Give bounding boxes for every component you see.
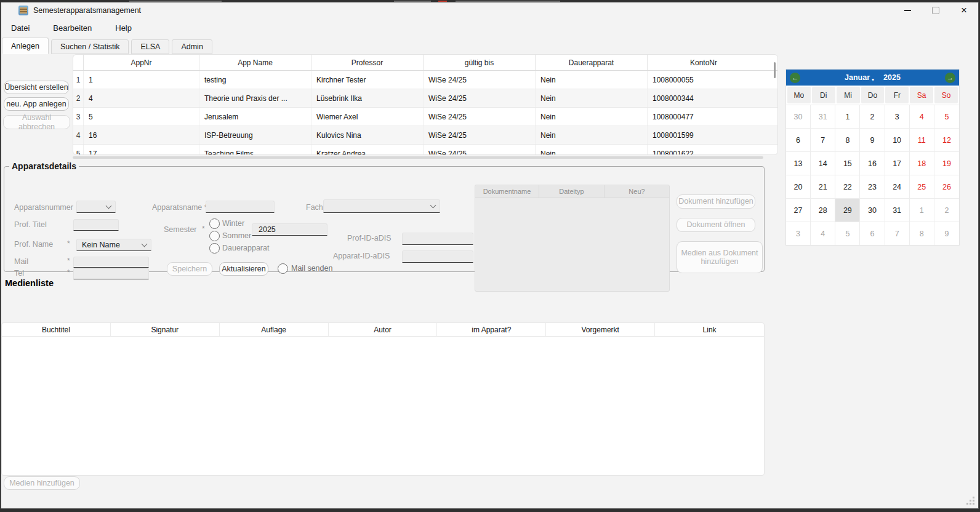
tab-elsa[interactable]: ELSA	[131, 39, 169, 54]
apps-column-header[interactable]: KontoNr	[648, 55, 760, 70]
horizontal-scrollbar[interactable]	[73, 156, 763, 159]
menu-bearbeiten[interactable]: Bearbeiten	[48, 21, 97, 35]
calendar-day[interactable]: 13	[786, 151, 811, 175]
minimize-button[interactable]	[893, 2, 922, 18]
prof-id-adis-input[interactable]	[402, 233, 473, 245]
prof-titel-input[interactable]	[73, 219, 119, 231]
calendar-day[interactable]: 1	[910, 198, 934, 222]
medienliste-column-header[interactable]: Signatur	[111, 323, 220, 336]
table-row[interactable]: 416ISP-BetreuungKulovics NinaWiSe 24/25N…	[73, 126, 777, 145]
maximize-button[interactable]	[922, 2, 950, 18]
apparat-id-adis-input[interactable]	[402, 250, 473, 263]
calendar-day[interactable]: 3	[786, 222, 811, 245]
semester-year-input[interactable]: 2025	[252, 223, 327, 236]
sommer-radio[interactable]	[209, 231, 220, 241]
apparatsnummer-select[interactable]	[76, 201, 116, 213]
apps-column-header[interactable]: gültig bis	[424, 55, 536, 70]
apps-column-header[interactable]: Professor	[311, 55, 424, 70]
calendar-day[interactable]: 4	[811, 222, 835, 245]
tab-anlegen[interactable]: Anlegen	[2, 38, 49, 54]
tab-suchen-statistik[interactable]: Suchen / Statistik	[51, 39, 129, 54]
calendar-day[interactable]: 11	[910, 128, 934, 151]
calendar-day[interactable]: 27	[786, 198, 811, 222]
calendar-day[interactable]: 30	[860, 198, 885, 222]
calendar-day[interactable]: 22	[835, 175, 860, 198]
calendar-day[interactable]: 6	[860, 222, 885, 245]
calendar-day[interactable]: 14	[811, 151, 835, 175]
calendar-title[interactable]: Januar▾2025	[845, 73, 901, 82]
medienliste-column-header[interactable]: Buchtitel	[2, 323, 111, 336]
documents-column-header[interactable]: Dokumentname	[475, 185, 539, 198]
documents-column-header[interactable]: Neu?	[604, 185, 669, 198]
calendar-day[interactable]: 10	[885, 128, 910, 151]
calendar-day[interactable]: 5	[934, 105, 959, 128]
mail-input[interactable]	[73, 257, 149, 268]
calendar-day[interactable]: 31	[885, 198, 910, 222]
calendar-day[interactable]: 15	[835, 151, 860, 175]
calendar-day[interactable]: 12	[934, 128, 959, 151]
neue-app-anlegen-button[interactable]: neu. App anlegen	[4, 97, 69, 111]
calendar-day[interactable]: 23	[860, 175, 885, 198]
aktualisieren-button[interactable]: Aktualisieren	[219, 262, 268, 276]
calendar-day[interactable]: 8	[835, 128, 860, 151]
calendar-day[interactable]: 16	[860, 151, 885, 175]
documents-column-header[interactable]: Dateityp	[539, 185, 604, 198]
calendar-day[interactable]: 28	[811, 198, 835, 222]
calendar-day[interactable]: 21	[811, 175, 835, 198]
apps-column-header[interactable]: AppNr	[84, 55, 199, 70]
medienliste-column-header[interactable]: Autor	[329, 323, 438, 336]
calendar-day[interactable]: 9	[934, 222, 959, 245]
calendar-day[interactable]: 2	[934, 198, 959, 222]
medienliste-column-header[interactable]: Link	[655, 323, 764, 336]
apparatsname-input[interactable]	[206, 201, 275, 213]
calendar-day[interactable]: 6	[786, 128, 811, 151]
calendar-day[interactable]: 31	[811, 105, 835, 128]
dauerapparat-radio[interactable]	[209, 243, 220, 254]
table-row[interactable]: 24Theorie und Praxis der ...Lüsebrink Il…	[73, 89, 777, 108]
calendar-day[interactable]: 1	[835, 105, 860, 128]
calendar-day[interactable]: 19	[934, 151, 959, 175]
medienliste-column-header[interactable]: Vorgemerkt	[546, 323, 655, 336]
calendar-day[interactable]: 5	[835, 222, 860, 245]
calendar-next-month-button[interactable]: →	[945, 73, 955, 83]
table-row[interactable]: 11testingKirchner TesterWiSe 24/25Nein10…	[73, 71, 777, 89]
tel-input[interactable]	[73, 268, 149, 279]
calendar-day[interactable]: 9	[860, 128, 885, 151]
fach-select[interactable]	[323, 199, 440, 213]
calendar-day[interactable]: 2	[860, 105, 885, 128]
calendar-day[interactable]: 4	[910, 105, 934, 128]
calendar-day[interactable]: 7	[811, 128, 835, 151]
calendar-day[interactable]: 30	[786, 105, 811, 128]
close-button[interactable]: ×	[950, 2, 978, 18]
calendar-day[interactable]: 8	[910, 222, 934, 245]
calendar-day[interactable]: 17	[885, 151, 910, 175]
apps-column-header[interactable]: Dauerapparat	[536, 55, 648, 70]
prof-name-select[interactable]: Kein Name	[76, 239, 151, 251]
calendar-month[interactable]: Januar	[845, 73, 870, 82]
documents-table: DokumentnameDateitypNeu?	[475, 185, 670, 292]
sommer-label: Sommer	[222, 231, 251, 240]
menu-help[interactable]: Help	[110, 21, 137, 35]
calendar-day[interactable]: 29	[835, 198, 860, 222]
medienliste-column-header[interactable]: im Apparat?	[437, 323, 546, 336]
tab-admin[interactable]: Admin	[172, 39, 212, 54]
calendar-day[interactable]: 25	[910, 175, 934, 198]
mail-senden-checkbox[interactable]	[278, 263, 288, 274]
uebersicht-erstellen-button[interactable]: Übersicht erstellen	[4, 81, 69, 94]
apps-column-header[interactable]: App Name	[199, 55, 311, 70]
calendar-day[interactable]: 18	[910, 151, 934, 175]
calendar-day[interactable]: 3	[885, 105, 910, 128]
menu-datei[interactable]: Datei	[6, 21, 34, 35]
calendar-day[interactable]: 24	[885, 175, 910, 198]
calendar-day[interactable]: 20	[786, 175, 811, 198]
table-row[interactable]: 517Teaching FilmsKratzer AndreaWiSe 24/2…	[73, 145, 777, 155]
winter-radio[interactable]	[209, 218, 220, 229]
table-row[interactable]: 35JerusalemWiemer AxelWiSe 24/25Nein1008…	[73, 108, 777, 126]
resize-grip[interactable]	[966, 496, 974, 505]
calendar-day[interactable]: 7	[885, 222, 910, 245]
calendar-prev-month-button[interactable]: ←	[790, 73, 800, 83]
vertical-scrollbar[interactable]	[774, 62, 776, 78]
medienliste-column-header[interactable]: Auflage	[220, 323, 329, 336]
calendar-year[interactable]: 2025	[883, 73, 901, 82]
calendar-day[interactable]: 26	[934, 175, 959, 198]
